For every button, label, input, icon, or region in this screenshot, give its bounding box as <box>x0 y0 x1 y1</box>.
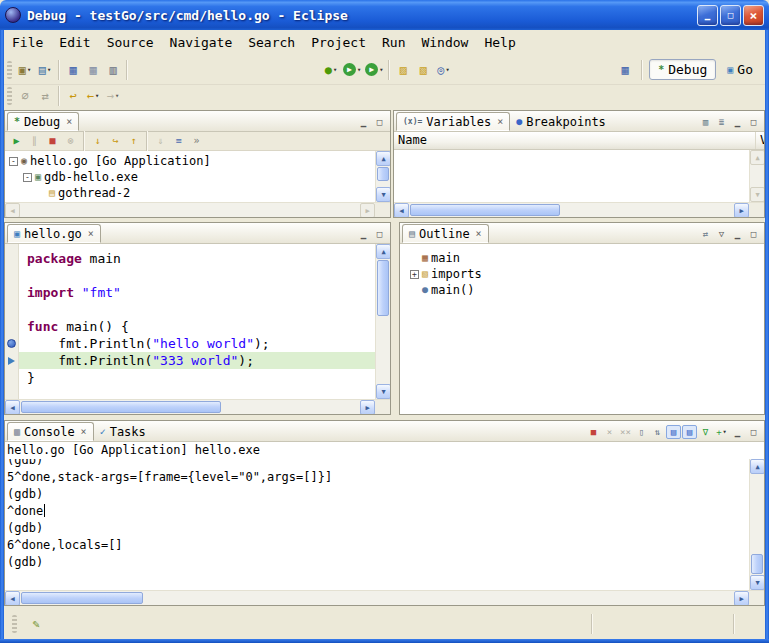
collapse-all-icon[interactable]: ≣ <box>714 115 729 129</box>
maximize-view-icon[interactable]: □ <box>372 227 387 241</box>
breakpoint-icon[interactable] <box>7 339 16 348</box>
outline-tree[interactable]: ▦main+▧imports●main() <box>400 244 764 414</box>
open-perspective-icon[interactable]: ▦ <box>615 59 635 81</box>
gutter-line[interactable] <box>5 284 18 301</box>
open-resource-icon[interactable]: ▨ <box>393 59 413 81</box>
scroll-track[interactable] <box>376 166 390 187</box>
gutter-line[interactable] <box>5 335 18 352</box>
view-menu-icon[interactable]: ▽ <box>714 227 729 241</box>
new-go-element-icon[interactable]: ▤▾ <box>35 59 55 81</box>
debug-icon[interactable]: ●▾ <box>321 59 341 81</box>
new-wizard-icon[interactable]: ▣▾ <box>15 59 35 81</box>
overflow-chevron-icon[interactable]: » <box>188 133 205 149</box>
maximize-button[interactable]: □ <box>720 5 741 26</box>
tree-item[interactable]: -◉hello.go [Go Application] <box>7 153 375 169</box>
collapse-icon[interactable]: - <box>23 173 32 182</box>
close-icon[interactable]: × <box>476 228 482 239</box>
gutter-line[interactable] <box>5 369 18 386</box>
close-button[interactable]: × <box>743 5 764 26</box>
perspective-button-go[interactable]: ▣Go <box>719 60 761 79</box>
step-filters-icon[interactable]: ≡ <box>170 133 187 149</box>
menu-item-project[interactable]: Project <box>303 32 374 53</box>
editor-horizontal-scrollbar[interactable]: ◀ ▶ <box>5 399 390 414</box>
show-type-names-icon[interactable]: ▥ <box>698 115 713 129</box>
editor-code-area[interactable]: package main import "fmt" func main() { … <box>19 244 375 399</box>
resume-icon[interactable]: ▶ <box>8 133 25 149</box>
menu-item-run[interactable]: Run <box>374 32 413 53</box>
show-stdout-icon[interactable]: ▤ <box>666 425 681 439</box>
menu-item-window[interactable]: Window <box>413 32 476 53</box>
last-edit-location-icon[interactable]: ↩ <box>63 85 83 107</box>
maximize-view-icon[interactable]: □ <box>372 115 387 129</box>
menu-item-search[interactable]: Search <box>240 32 303 53</box>
open-console-icon[interactable]: +▾ <box>714 425 729 439</box>
tab-console[interactable]: ▥ Console × <box>7 422 94 441</box>
minimize-view-icon[interactable]: ▁ <box>730 425 745 439</box>
menu-item-source[interactable]: Source <box>99 32 162 53</box>
debug-horizontal-scrollbar[interactable]: ◀ ▶ <box>5 202 390 217</box>
maximize-view-icon[interactable]: □ <box>746 425 761 439</box>
search-icon[interactable]: ◎▾ <box>433 59 453 81</box>
step-over-icon[interactable]: ↪ <box>107 133 124 149</box>
clear-console-icon[interactable]: ▯ <box>634 425 649 439</box>
minimize-view-icon[interactable]: ▁ <box>356 227 371 241</box>
open-type-icon[interactable]: ▧ <box>413 59 433 81</box>
scroll-right-icon[interactable]: ▶ <box>734 591 749 606</box>
tab-variables[interactable]: (x)= Variables × <box>396 112 510 131</box>
menu-item-navigate[interactable]: Navigate <box>162 32 241 53</box>
save-icon[interactable]: ▦ <box>63 59 83 81</box>
perspective-button-debug[interactable]: *Debug <box>649 59 716 80</box>
scroll-lock-icon[interactable]: ⇅ <box>650 425 665 439</box>
close-icon[interactable]: × <box>81 426 87 437</box>
column-header-name[interactable]: Name <box>394 132 756 149</box>
tree-item[interactable]: ▦main <box>408 250 764 266</box>
scroll-left-icon[interactable]: ◀ <box>394 203 409 218</box>
save-all-icon[interactable]: ▦ <box>83 59 103 81</box>
scroll-thumb[interactable] <box>410 204 560 216</box>
pin-console-icon[interactable]: ∇ <box>698 425 713 439</box>
scroll-track[interactable] <box>409 203 734 217</box>
column-header-value[interactable]: Value <box>756 132 765 149</box>
gutter-line[interactable] <box>5 318 18 335</box>
console-vertical-scrollbar[interactable]: ▲ ▼ <box>749 459 764 590</box>
step-return-icon[interactable]: ↑ <box>125 133 142 149</box>
menu-item-file[interactable]: File <box>4 32 51 53</box>
scroll-left-icon[interactable]: ◀ <box>5 400 20 415</box>
scroll-track[interactable] <box>20 591 734 605</box>
variables-horizontal-scrollbar[interactable]: ◀ ▶ <box>394 202 764 217</box>
close-icon[interactable]: × <box>66 116 72 127</box>
close-icon[interactable]: × <box>88 228 94 239</box>
scroll-thumb[interactable] <box>751 554 763 574</box>
editor-vertical-scrollbar[interactable]: ▲ ▼ <box>375 244 390 399</box>
collapse-icon[interactable]: - <box>9 157 18 166</box>
maximize-view-icon[interactable]: □ <box>746 115 761 129</box>
tree-item[interactable]: +▧imports <box>408 266 764 282</box>
scroll-thumb[interactable] <box>21 401 221 413</box>
title-bar[interactable]: Debug - testGo/src/cmd/hello.go - Eclips… <box>0 0 769 30</box>
step-into-icon[interactable]: ↓ <box>89 133 106 149</box>
scroll-right-icon[interactable]: ▶ <box>734 203 749 218</box>
tree-item[interactable]: ●main() <box>408 282 764 298</box>
terminate-icon[interactable]: ■ <box>586 425 601 439</box>
back-icon[interactable]: ←▾ <box>83 85 103 107</box>
minimize-view-icon[interactable]: ▁ <box>730 227 745 241</box>
menu-item-edit[interactable]: Edit <box>51 32 98 53</box>
minimize-view-icon[interactable]: ▁ <box>356 115 371 129</box>
scroll-up-icon[interactable]: ▲ <box>376 244 390 259</box>
gutter-line[interactable] <box>5 250 18 267</box>
external-tools-icon[interactable]: ▶▾ <box>363 59 385 81</box>
scroll-track[interactable] <box>376 259 390 384</box>
variables-table-body[interactable] <box>394 150 749 202</box>
run-icon[interactable]: ▶▾ <box>341 59 363 81</box>
tree-item[interactable]: ▤gothread-2 <box>7 185 375 201</box>
link-with-editor-icon[interactable]: ⇄ <box>698 227 713 241</box>
fast-view-icon[interactable]: ✎ <box>25 614 47 634</box>
scroll-up-icon[interactable]: ▲ <box>376 151 390 166</box>
close-icon[interactable]: × <box>497 116 503 127</box>
tab-outline[interactable]: ▤ Outline × <box>402 224 489 243</box>
tab-breakpoints[interactable]: ● Breakpoints <box>510 112 612 131</box>
tab-debug[interactable]: * Debug × <box>7 112 79 131</box>
scroll-thumb[interactable] <box>21 592 143 604</box>
scroll-track[interactable] <box>20 400 360 414</box>
scroll-left-icon[interactable]: ◀ <box>5 591 20 606</box>
